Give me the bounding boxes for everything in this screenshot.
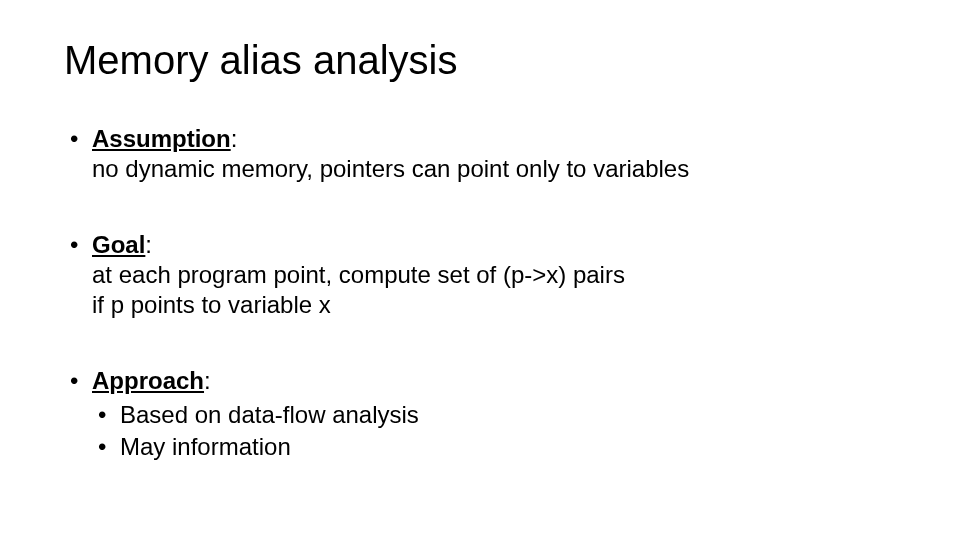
bullet-approach: Approach: Based on data-flow analysis Ma… bbox=[64, 366, 896, 462]
colon: : bbox=[204, 367, 211, 394]
bullet-body: at each program point, compute set of (p… bbox=[92, 260, 896, 320]
bullet-body: no dynamic memory, pointers can point on… bbox=[92, 154, 896, 184]
bullet-assumption: Assumption: no dynamic memory, pointers … bbox=[64, 124, 896, 184]
bullet-header: Assumption bbox=[92, 125, 231, 152]
slide: Memory alias analysis Assumption: no dyn… bbox=[0, 0, 960, 540]
bullet-header: Approach bbox=[92, 367, 204, 394]
sub-bullet: May information bbox=[92, 432, 896, 462]
colon: : bbox=[231, 125, 238, 152]
bullet-list: Assumption: no dynamic memory, pointers … bbox=[64, 124, 896, 462]
bullet-header: Goal bbox=[92, 231, 145, 258]
bullet-goal: Goal: at each program point, compute set… bbox=[64, 230, 896, 320]
sub-bullet-list: Based on data-flow analysis May informat… bbox=[92, 400, 896, 462]
slide-title: Memory alias analysis bbox=[64, 38, 896, 82]
colon: : bbox=[145, 231, 152, 258]
sub-bullet: Based on data-flow analysis bbox=[92, 400, 896, 430]
